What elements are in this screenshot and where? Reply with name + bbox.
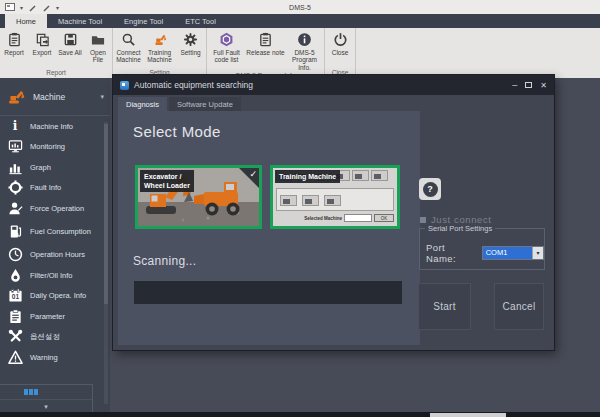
full-fault-code-list-button[interactable]: Full Fault code list	[207, 30, 246, 64]
chevron-down-icon[interactable]: ▾	[532, 247, 543, 259]
pen-icon[interactable]	[42, 3, 51, 12]
monitor-icon	[0, 139, 30, 154]
ribbon-group-setting: Connect Machine Training Machine Setting…	[113, 28, 207, 78]
ribbon-tab-bar: Home Machine Tool Engine Tool ETC Tool	[0, 14, 600, 28]
sidebar-item-filter-oil-info[interactable]: Filter/Oil Info	[0, 265, 110, 286]
dialog-titlebar[interactable]: Automatic equipment searching – ✕	[113, 75, 554, 95]
just-connect-checkbox[interactable]	[420, 217, 426, 223]
select-mode-heading: Select Mode	[133, 123, 221, 140]
sidebar-scrollbar[interactable]	[104, 122, 108, 404]
tab-machine-tool[interactable]: Machine Tool	[47, 14, 113, 28]
sidebar-item-label: Warning	[30, 353, 96, 362]
button-label: Save All	[58, 49, 82, 56]
tools-icon	[0, 329, 30, 344]
start-button[interactable]: Start	[418, 283, 471, 330]
scrollbar-thumb[interactable]	[104, 124, 108, 304]
dialog-tab-bar: Diagnosis Software Update	[118, 97, 241, 112]
cancel-button[interactable]: Cancel	[494, 283, 544, 330]
training-machine-icon	[152, 31, 168, 48]
sidebar-item-monitoring[interactable]: Monitoring	[0, 137, 110, 158]
power-icon	[333, 31, 348, 48]
sidebar-item-parameter[interactable]: Parameter	[0, 306, 110, 327]
sidebar-item-label: Graph	[30, 163, 96, 172]
release-note-button[interactable]: Release note	[246, 30, 285, 56]
tab-etc-tool[interactable]: ETC Tool	[174, 14, 227, 28]
port-name-select[interactable]: COM1 ▾	[482, 246, 544, 260]
sidebar-item-daily-opera-info[interactable]: 01 Daily Opera. Info	[0, 286, 110, 307]
button-label: Export	[33, 49, 52, 56]
check-icon: ✓	[249, 169, 257, 179]
scan-progress-bar	[133, 280, 403, 305]
quick-access-toolbar: ▾ ▾	[0, 3, 59, 12]
port-name-label: Port Name:	[426, 242, 477, 264]
connect-machine-button[interactable]: Connect Machine	[113, 30, 144, 64]
sidebar-item-label: 옵션설정	[30, 332, 96, 341]
partial-item-icon	[24, 389, 38, 395]
sidebar-item-label: Machine Info	[30, 122, 96, 131]
scanning-status: Scanning...	[133, 254, 196, 268]
report-button[interactable]: Report	[0, 30, 28, 56]
button-label: Setting	[180, 49, 200, 56]
sidebar: Machine ▾ i Machine Info Monitoring Grap…	[0, 78, 110, 412]
chevron-down-icon[interactable]: ▾	[20, 4, 23, 11]
more-icon[interactable]: ▾	[56, 4, 59, 11]
titlebar: ▾ ▾ DMS-5	[0, 0, 600, 14]
save-all-button[interactable]: Save All	[56, 30, 84, 56]
fault-code-icon	[219, 31, 234, 48]
group-label-report: Report	[0, 68, 112, 78]
maximize-button[interactable]	[525, 82, 532, 88]
training-machine-button[interactable]: Training Machine	[144, 30, 175, 64]
button-label: DMS-5 Program Info.	[285, 49, 324, 71]
sidebar-item-graph[interactable]: Graph	[0, 157, 110, 178]
mode-card-excavator-wheel-loader[interactable]: Excavator /Wheel Loader ✓	[135, 165, 262, 229]
mode-card-training-machine[interactable]: Selected Machine OK Training Machine	[270, 165, 400, 229]
dialog-automatic-equipment-searching: Automatic equipment searching – ✕ Diagno…	[113, 75, 554, 350]
tab-home[interactable]: Home	[5, 14, 47, 28]
sidebar-item-label: Force Operation	[30, 204, 96, 213]
calendar-icon: 01	[0, 288, 30, 303]
ribbon-group-program-info: Full Fault code list Release note DMS-5 …	[207, 28, 325, 78]
mode-cards: Excavator /Wheel Loader ✓	[135, 165, 400, 229]
serial-port-settings-label: Serial Port Settings	[425, 224, 495, 233]
setting-button[interactable]: Setting	[175, 30, 206, 56]
info-icon: i	[0, 119, 30, 133]
program-info-button[interactable]: DMS-5 Program Info.	[285, 30, 324, 71]
sidebar-item-force-operation[interactable]: Force Operation	[0, 198, 110, 219]
export-button[interactable]: Export	[28, 30, 56, 56]
help-button[interactable]: ?	[419, 178, 441, 200]
graph-icon	[0, 160, 30, 175]
taskbar-item-edge	[430, 413, 506, 417]
sidebar-item-label: Operation Hours	[30, 250, 96, 259]
button-label: Release note	[246, 49, 284, 56]
chevron-down-icon[interactable]: ▾	[100, 93, 104, 101]
sidebar-header-machine[interactable]: Machine ▾	[0, 78, 110, 116]
close-icon[interactable]: ✕	[540, 81, 547, 90]
setting-gear-icon	[183, 31, 198, 48]
fault-icon	[0, 180, 30, 195]
sidebar-item-operation-hours[interactable]: Operation Hours	[0, 245, 110, 266]
pen-icon[interactable]	[28, 3, 37, 12]
dialog-icon	[120, 81, 129, 90]
oil-drop-icon	[0, 268, 30, 283]
sidebar-item-warning[interactable]: Warning	[0, 347, 110, 368]
close-button[interactable]: Close	[325, 30, 355, 56]
sidebar-item-label: Parameter	[30, 312, 96, 321]
app-icon[interactable]	[5, 3, 15, 11]
minimize-button[interactable]: –	[512, 81, 517, 89]
sidebar-expand-button[interactable]: ▾	[0, 399, 92, 413]
clock-icon	[0, 247, 30, 262]
sidebar-item-fault-info[interactable]: Fault Info	[0, 178, 110, 199]
ribbon: Report Export Save All	[0, 28, 600, 78]
sidebar-item-option-settings[interactable]: 옵션설정	[0, 327, 110, 348]
person-icon	[0, 201, 30, 216]
tab-diagnosis[interactable]: Diagnosis	[118, 97, 167, 112]
sidebar-item-fuel-consumption[interactable]: Fuel Consumption	[0, 219, 110, 245]
app-window: ▾ ▾ DMS-5 Home Machine Tool Engine Tool …	[0, 0, 600, 417]
button-label: Report	[4, 49, 24, 56]
release-note-icon	[258, 31, 273, 48]
open-file-button[interactable]: Open File	[84, 30, 112, 64]
export-icon	[35, 31, 50, 48]
tab-software-update[interactable]: Software Update	[169, 97, 241, 112]
sidebar-item-machine-info[interactable]: i Machine Info	[0, 116, 110, 137]
tab-engine-tool[interactable]: Engine Tool	[113, 14, 174, 28]
